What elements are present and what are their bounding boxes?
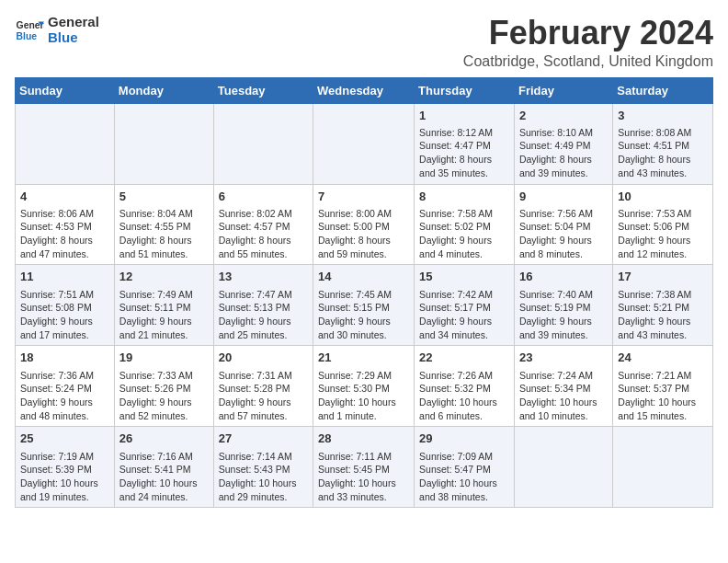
day-info: Sunrise: 8:08 AM Sunset: 4:51 PM Dayligh… — [618, 126, 708, 180]
day-number: 27 — [219, 431, 308, 447]
day-number: 21 — [318, 350, 409, 366]
calendar-cell: 6Sunrise: 8:02 AM Sunset: 4:57 PM Daylig… — [213, 184, 313, 265]
location-title: Coatbridge, Scotland, United Kingdom — [463, 53, 713, 70]
day-number: 6 — [219, 189, 308, 205]
week-row-2: 4Sunrise: 8:06 AM Sunset: 4:53 PM Daylig… — [16, 184, 713, 265]
calendar-cell: 16Sunrise: 7:40 AM Sunset: 5:19 PM Dayli… — [514, 265, 612, 346]
day-number: 1 — [419, 108, 509, 124]
calendar-body: 1Sunrise: 8:12 AM Sunset: 4:47 PM Daylig… — [16, 103, 713, 508]
day-info: Sunrise: 8:02 AM Sunset: 4:57 PM Dayligh… — [219, 207, 308, 261]
calendar-cell: 14Sunrise: 7:45 AM Sunset: 5:15 PM Dayli… — [313, 265, 415, 346]
day-number: 5 — [119, 189, 209, 205]
day-info: Sunrise: 8:06 AM Sunset: 4:53 PM Dayligh… — [20, 207, 109, 261]
day-info: Sunrise: 7:26 AM Sunset: 5:32 PM Dayligh… — [419, 369, 509, 423]
calendar-cell: 11Sunrise: 7:51 AM Sunset: 5:08 PM Dayli… — [16, 265, 115, 346]
calendar-cell: 28Sunrise: 7:11 AM Sunset: 5:45 PM Dayli… — [313, 427, 415, 508]
calendar-cell: 20Sunrise: 7:31 AM Sunset: 5:28 PM Dayli… — [213, 346, 313, 427]
calendar-cell — [114, 103, 213, 184]
day-info: Sunrise: 7:09 AM Sunset: 5:47 PM Dayligh… — [419, 450, 509, 504]
day-info: Sunrise: 7:49 AM Sunset: 5:11 PM Dayligh… — [119, 288, 209, 342]
week-row-5: 25Sunrise: 7:19 AM Sunset: 5:39 PM Dayli… — [16, 427, 713, 508]
day-number: 23 — [519, 350, 608, 366]
logo-general: General — [48, 15, 99, 30]
day-info: Sunrise: 7:38 AM Sunset: 5:21 PM Dayligh… — [618, 288, 708, 342]
day-number: 12 — [119, 269, 209, 285]
day-number: 29 — [419, 431, 509, 447]
day-number: 25 — [20, 431, 109, 447]
header-row: SundayMondayTuesdayWednesdayThursdayFrid… — [16, 77, 713, 103]
day-info: Sunrise: 7:42 AM Sunset: 5:17 PM Dayligh… — [419, 288, 509, 342]
title-area: February 2024 Coatbridge, Scotland, Unit… — [463, 15, 713, 70]
calendar-header: SundayMondayTuesdayWednesdayThursdayFrid… — [16, 77, 713, 103]
week-row-4: 18Sunrise: 7:36 AM Sunset: 5:24 PM Dayli… — [16, 346, 713, 427]
calendar-cell — [613, 427, 713, 508]
calendar-cell: 17Sunrise: 7:38 AM Sunset: 5:21 PM Dayli… — [613, 265, 713, 346]
calendar-cell: 19Sunrise: 7:33 AM Sunset: 5:26 PM Dayli… — [114, 346, 213, 427]
header-day-sunday: Sunday — [16, 77, 115, 103]
day-number: 10 — [618, 189, 708, 205]
calendar-cell — [514, 427, 612, 508]
day-number: 2 — [519, 108, 608, 124]
svg-text:Blue: Blue — [17, 30, 38, 40]
calendar-cell — [313, 103, 415, 184]
logo-icon: General Blue — [15, 16, 44, 45]
calendar-cell: 15Sunrise: 7:42 AM Sunset: 5:17 PM Dayli… — [415, 265, 515, 346]
day-info: Sunrise: 7:21 AM Sunset: 5:37 PM Dayligh… — [618, 369, 708, 423]
day-info: Sunrise: 7:19 AM Sunset: 5:39 PM Dayligh… — [20, 450, 109, 504]
day-number: 11 — [20, 269, 109, 285]
week-row-3: 11Sunrise: 7:51 AM Sunset: 5:08 PM Dayli… — [16, 265, 713, 346]
day-number: 7 — [318, 189, 409, 205]
calendar-cell: 27Sunrise: 7:14 AM Sunset: 5:43 PM Dayli… — [213, 427, 313, 508]
day-info: Sunrise: 8:12 AM Sunset: 4:47 PM Dayligh… — [419, 126, 509, 180]
calendar-cell: 7Sunrise: 8:00 AM Sunset: 5:00 PM Daylig… — [313, 184, 415, 265]
day-number: 18 — [20, 350, 109, 366]
day-number: 22 — [419, 350, 509, 366]
day-info: Sunrise: 7:53 AM Sunset: 5:06 PM Dayligh… — [618, 207, 708, 261]
calendar-cell: 25Sunrise: 7:19 AM Sunset: 5:39 PM Dayli… — [16, 427, 115, 508]
day-info: Sunrise: 7:51 AM Sunset: 5:08 PM Dayligh… — [20, 288, 109, 342]
day-info: Sunrise: 7:47 AM Sunset: 5:13 PM Dayligh… — [219, 288, 308, 342]
calendar-cell: 5Sunrise: 8:04 AM Sunset: 4:55 PM Daylig… — [114, 184, 213, 265]
day-number: 13 — [219, 269, 308, 285]
day-info: Sunrise: 7:14 AM Sunset: 5:43 PM Dayligh… — [219, 450, 308, 504]
header-day-wednesday: Wednesday — [313, 77, 415, 103]
week-row-1: 1Sunrise: 8:12 AM Sunset: 4:47 PM Daylig… — [16, 103, 713, 184]
calendar-cell: 29Sunrise: 7:09 AM Sunset: 5:47 PM Dayli… — [415, 427, 515, 508]
day-number: 14 — [318, 269, 409, 285]
day-info: Sunrise: 7:45 AM Sunset: 5:15 PM Dayligh… — [318, 288, 409, 342]
calendar-cell: 12Sunrise: 7:49 AM Sunset: 5:11 PM Dayli… — [114, 265, 213, 346]
logo: General Blue General Blue — [15, 15, 99, 45]
day-number: 19 — [119, 350, 209, 366]
day-info: Sunrise: 7:29 AM Sunset: 5:30 PM Dayligh… — [318, 369, 409, 423]
calendar-cell: 8Sunrise: 7:58 AM Sunset: 5:02 PM Daylig… — [415, 184, 515, 265]
month-title: February 2024 — [463, 15, 713, 52]
day-info: Sunrise: 8:00 AM Sunset: 5:00 PM Dayligh… — [318, 207, 409, 261]
day-info: Sunrise: 7:33 AM Sunset: 5:26 PM Dayligh… — [119, 369, 209, 423]
day-info: Sunrise: 7:24 AM Sunset: 5:34 PM Dayligh… — [519, 369, 608, 423]
calendar-cell: 10Sunrise: 7:53 AM Sunset: 5:06 PM Dayli… — [613, 184, 713, 265]
calendar-cell: 23Sunrise: 7:24 AM Sunset: 5:34 PM Dayli… — [514, 346, 612, 427]
day-info: Sunrise: 7:56 AM Sunset: 5:04 PM Dayligh… — [519, 207, 608, 261]
day-number: 16 — [519, 269, 608, 285]
day-number: 26 — [119, 431, 209, 447]
header-day-tuesday: Tuesday — [213, 77, 313, 103]
day-info: Sunrise: 7:40 AM Sunset: 5:19 PM Dayligh… — [519, 288, 608, 342]
calendar-cell: 21Sunrise: 7:29 AM Sunset: 5:30 PM Dayli… — [313, 346, 415, 427]
calendar-cell: 1Sunrise: 8:12 AM Sunset: 4:47 PM Daylig… — [415, 103, 515, 184]
calendar-cell: 3Sunrise: 8:08 AM Sunset: 4:51 PM Daylig… — [613, 103, 713, 184]
calendar-cell: 9Sunrise: 7:56 AM Sunset: 5:04 PM Daylig… — [514, 184, 612, 265]
calendar-cell: 2Sunrise: 8:10 AM Sunset: 4:49 PM Daylig… — [514, 103, 612, 184]
day-info: Sunrise: 7:16 AM Sunset: 5:41 PM Dayligh… — [119, 450, 209, 504]
day-number: 17 — [618, 269, 708, 285]
day-number: 9 — [519, 189, 608, 205]
day-number: 15 — [419, 269, 509, 285]
calendar-cell: 26Sunrise: 7:16 AM Sunset: 5:41 PM Dayli… — [114, 427, 213, 508]
day-info: Sunrise: 8:04 AM Sunset: 4:55 PM Dayligh… — [119, 207, 209, 261]
day-number: 28 — [318, 431, 409, 447]
calendar-cell: 18Sunrise: 7:36 AM Sunset: 5:24 PM Dayli… — [16, 346, 115, 427]
day-number: 20 — [219, 350, 308, 366]
day-info: Sunrise: 8:10 AM Sunset: 4:49 PM Dayligh… — [519, 126, 608, 180]
header: General Blue General Blue February 2024 … — [15, 15, 713, 70]
day-number: 4 — [20, 189, 109, 205]
calendar-cell: 13Sunrise: 7:47 AM Sunset: 5:13 PM Dayli… — [213, 265, 313, 346]
